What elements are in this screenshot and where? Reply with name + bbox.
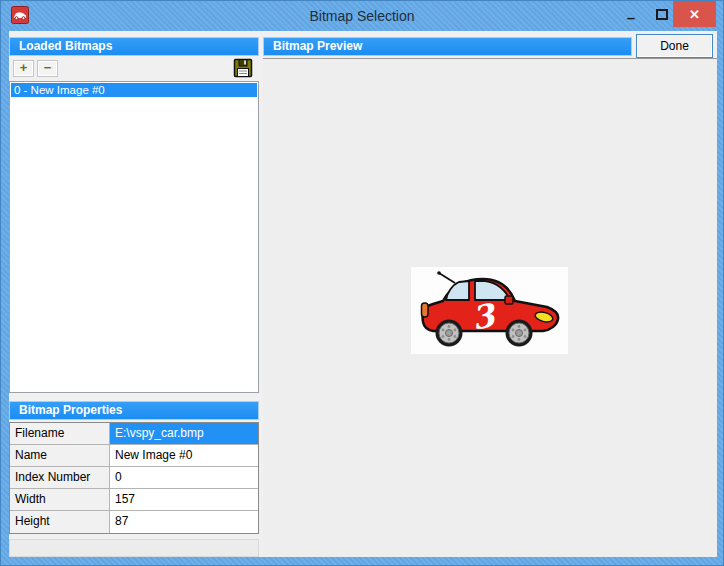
filename-value[interactable]: E:\vspy_car.bmp [110, 423, 258, 444]
bitmap-selection-dialog: Bitmap Selection – ✕ Loaded Bitmaps + − … [0, 0, 724, 566]
minimize-button[interactable]: – [616, 2, 646, 27]
close-icon: ✕ [689, 7, 700, 22]
dialog-content: Loaded Bitmaps + − 0 - New Image #0 Bitm… [9, 31, 717, 557]
status-strip [9, 539, 259, 557]
height-label: Height [10, 511, 110, 533]
bitmap-properties-table: Filename E:\vspy_car.bmp Name New Image … [9, 422, 259, 534]
width-label: Width [10, 489, 110, 510]
list-item-new-image-0[interactable]: 0 - New Image #0 [11, 83, 257, 97]
table-row: Height 87 [10, 511, 258, 533]
table-row: Name New Image #0 [10, 445, 258, 467]
red-car-image: 3 [411, 267, 568, 354]
index-number-value[interactable]: 0 [110, 467, 258, 488]
filename-label: Filename [10, 423, 110, 444]
loaded-bitmaps-header: Loaded Bitmaps [9, 37, 259, 56]
window-title: Bitmap Selection [1, 1, 723, 31]
table-row: Index Number 0 [10, 467, 258, 489]
index-number-label: Index Number [10, 467, 110, 488]
rear-wheel [436, 320, 463, 347]
minimize-icon: – [627, 9, 635, 26]
front-wheel [506, 320, 533, 347]
save-bitmap-button[interactable] [233, 58, 253, 78]
close-button[interactable]: ✕ [673, 1, 716, 27]
done-button[interactable]: Done [636, 34, 713, 58]
name-label: Name [10, 445, 110, 466]
preview-bitmap: 3 [411, 267, 568, 354]
bitmap-preview-header: Bitmap Preview [263, 37, 632, 56]
width-value[interactable]: 157 [110, 489, 258, 510]
maximize-icon [656, 9, 668, 20]
name-value[interactable]: New Image #0 [110, 445, 258, 466]
loaded-bitmaps-list[interactable]: 0 - New Image #0 [9, 81, 259, 393]
table-row: Filename E:\vspy_car.bmp [10, 423, 258, 445]
height-value[interactable]: 87 [110, 511, 258, 533]
remove-bitmap-button[interactable]: − [37, 60, 58, 77]
table-row: Width 157 [10, 489, 258, 511]
titlebar[interactable]: Bitmap Selection – ✕ [1, 1, 723, 31]
bitmap-properties-header: Bitmap Properties [9, 401, 259, 420]
add-bitmap-button[interactable]: + [13, 60, 34, 77]
bitmap-preview-area: 3 [263, 58, 717, 557]
